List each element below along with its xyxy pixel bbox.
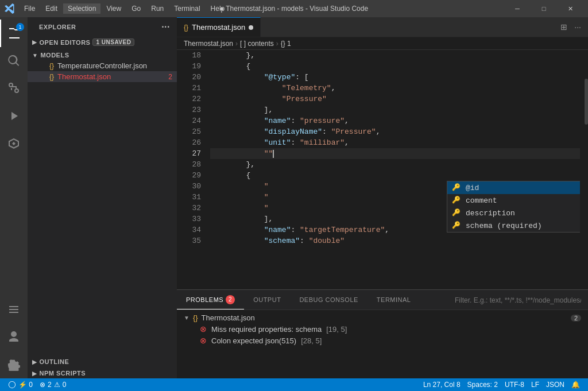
autocomplete-item-1[interactable]: 🔑 comment (447, 194, 580, 207)
status-encoding[interactable]: UTF-8 (501, 381, 528, 389)
code-content[interactable]: }, { "@type": [ "Telemetry", "Pressure" … (206, 50, 580, 289)
code-line-27: "" (210, 148, 580, 159)
status-language[interactable]: JSON (543, 381, 568, 389)
source-control-activity-icon (7, 82, 21, 95)
open-editors-chevron: ▶ (32, 39, 37, 45)
problem-item-1[interactable]: ⊗ Colon expected json(515) [28, 5] (177, 335, 588, 346)
thermostat-filename: Thermostat.json (57, 72, 111, 81)
error-status-count: 2 (48, 381, 52, 389)
terminal-label: TERMINAL (377, 296, 411, 303)
code-line-22: "Pressure" (210, 94, 580, 104)
tab-filename: Thermostat.json (192, 23, 245, 32)
problem-file-chevron: ▼ (184, 315, 189, 321)
split-editor-button[interactable]: ⊞ (558, 21, 570, 33)
problem-location-1: [28, 5] (301, 336, 322, 345)
status-right: Ln 27, Col 8 Spaces: 2 UTF-8 LF JSON 🔔 (420, 381, 583, 389)
maximize-button[interactable]: □ (531, 0, 557, 17)
error-icon-0: ⊗ (200, 324, 207, 334)
status-spaces[interactable]: Spaces: 2 (464, 381, 501, 389)
panel-content: ▼ {} Thermostat.json 2 ⊗ Miss required p… (177, 310, 588, 378)
panel-tab-debug-console[interactable]: DEBUG CONSOLE (290, 290, 367, 309)
error-status-icon: ⊗ (40, 381, 45, 389)
activity-explorer[interactable]: 1 (0, 20, 28, 47)
models-header[interactable]: ▼ Models (28, 50, 177, 60)
menu-view[interactable]: View (102, 3, 126, 14)
activity-settings[interactable] (0, 351, 28, 378)
status-notifications-bell[interactable]: 🔔 (568, 381, 583, 389)
npm-header[interactable]: ▶ NPM Scripts (28, 368, 177, 378)
sidebar-file-thermostat[interactable]: {} Thermostat.json 2 (28, 71, 177, 82)
editor-tab-thermostat[interactable]: {} Thermostat.json (177, 17, 261, 37)
problem-item-0[interactable]: ⊗ Miss required properties: schema [19, … (177, 323, 588, 335)
thermostat-error-count: 2 (168, 73, 172, 81)
code-line-23: ], (210, 104, 580, 115)
sidebar-file-temperature-controller[interactable]: {} TemperatureController.json (28, 60, 177, 71)
status-lang-label: JSON (546, 381, 564, 389)
json-icon-thermostat: {} (49, 73, 54, 81)
status-position[interactable]: Ln 27, Col 8 (420, 381, 464, 389)
outline-header[interactable]: ▶ Outline (28, 357, 177, 367)
activity-search[interactable] (0, 47, 28, 75)
activity-bar: 1 (0, 17, 28, 378)
status-indent: Spaces: 2 (467, 381, 498, 389)
status-errors[interactable]: ⊗ 2 ⚠ 0 (36, 378, 69, 391)
warning-status-count: 0 (63, 381, 67, 389)
menu-file[interactable]: File (20, 3, 40, 14)
key-icon-2: 🔑 (452, 208, 461, 219)
autocomplete-item-2[interactable]: 🔑 description (447, 207, 580, 219)
tab-actions: ⊞ ··· (554, 17, 588, 37)
panel-filter-input[interactable] (455, 296, 581, 304)
menu-edit[interactable]: Edit (41, 3, 62, 14)
activity-run[interactable] (0, 102, 28, 130)
menu-go[interactable]: Go (127, 3, 145, 14)
breadcrumb-file[interactable]: Thermostat.json (184, 40, 233, 48)
code-editor[interactable]: 18 19 20 21 22 23 24 25 26 27 28 29 30 3… (177, 50, 588, 289)
activity-source-control[interactable] (0, 75, 28, 102)
open-editors-label[interactable]: ▶ Open Editors 1 UNSAVED (32, 38, 134, 46)
code-line-24: "name": "pressure", (210, 115, 580, 126)
menu-terminal[interactable]: Terminal (169, 3, 204, 14)
problem-file-header[interactable]: ▼ {} Thermostat.json 2 (177, 312, 588, 323)
open-editors-section: ▶ Open Editors 1 UNSAVED (28, 37, 177, 48)
menu-selection[interactable]: Selection (63, 3, 100, 14)
window-controls: ─ □ ✕ (504, 0, 583, 17)
problem-location-0: [19, 5] (326, 325, 347, 334)
panel-tab-problems[interactable]: PROBLEMS 2 (177, 290, 244, 309)
status-encoding-label: UTF-8 (505, 381, 524, 389)
settings-activity-icon (7, 358, 20, 371)
activity-remote[interactable] (0, 296, 28, 323)
panel-tab-terminal[interactable]: TERMINAL (368, 290, 420, 309)
close-button[interactable]: ✕ (557, 0, 583, 17)
minimize-button[interactable]: ─ (504, 0, 531, 17)
npm-section: ▶ NPM Scripts (28, 368, 177, 378)
line-numbers: 18 19 20 21 22 23 24 25 26 27 28 29 30 3… (177, 50, 206, 289)
code-line-19: { (210, 61, 580, 72)
output-label: OUTPUT (253, 296, 281, 303)
activity-accounts[interactable] (0, 323, 28, 351)
activity-extensions[interactable] (0, 130, 28, 157)
panel-tabs: PROBLEMS 2 OUTPUT DEBUG CONSOLE TERMINAL (177, 290, 588, 310)
status-remote[interactable]: ⚡ 0 (5, 378, 36, 391)
bell-icon: 🔔 (571, 381, 580, 389)
open-editors-title: Open Editors (40, 39, 91, 46)
problem-filename: Thermostat.json (202, 313, 255, 322)
breadcrumb-contents[interactable]: [ ] contents (240, 40, 274, 48)
scrollbar-thumb[interactable] (585, 79, 588, 125)
explorer-badge: 1 (16, 23, 24, 31)
open-editors-header[interactable]: ▶ Open Editors 1 UNSAVED (28, 37, 177, 48)
code-line-29: { (210, 170, 580, 181)
status-line-ending[interactable]: LF (528, 381, 543, 389)
autocomplete-text-0: @id (466, 183, 479, 193)
more-actions-button[interactable]: ··· (572, 21, 583, 33)
autocomplete-item-0[interactable]: 🔑 @id (447, 181, 580, 194)
panel-tab-output[interactable]: OUTPUT (244, 290, 290, 309)
autocomplete-item-3[interactable]: 🔑 schema (required) (447, 219, 580, 232)
search-activity-icon (7, 54, 21, 68)
breadcrumb-1[interactable]: {} 1 (281, 40, 291, 48)
sidebar-menu-button[interactable]: ··· (161, 22, 170, 32)
sidebar: Explorer ··· ▶ Open Editors 1 UNSAVED ▼ … (28, 17, 177, 378)
panel-filter[interactable] (455, 296, 588, 304)
editor-scrollbar[interactable] (580, 50, 588, 289)
menu-run[interactable]: Run (146, 3, 168, 14)
menu-bar: File Edit Selection View Go Run Terminal… (20, 3, 229, 14)
